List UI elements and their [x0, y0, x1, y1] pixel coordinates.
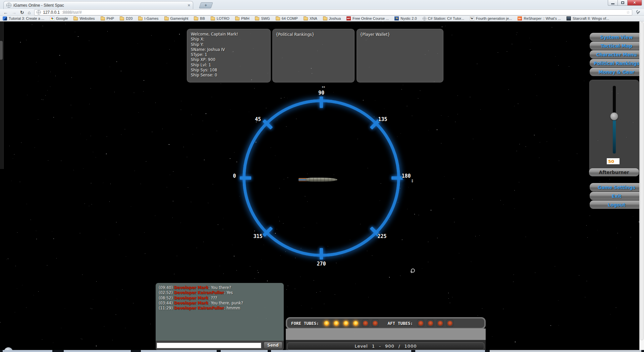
ship-hull: [306, 178, 337, 182]
bookmark-label: Fourth generation je...: [476, 16, 512, 20]
game-settings-button[interactable]: Game Settings: [590, 183, 643, 191]
throttle-value-input[interactable]: [607, 158, 620, 164]
chat-text: : Yes: [224, 290, 233, 295]
chat-text: : hmmm: [224, 306, 240, 310]
compass-tick-0: [240, 176, 251, 180]
ship-level: Ship Lvl: 1: [191, 63, 267, 68]
reload-button[interactable]: ↻: [20, 10, 24, 15]
bookmark-label: Nystic 2.0: [400, 16, 417, 20]
chat-time: (08:52): [159, 296, 173, 300]
bookmark-wikipedia[interactable]: WFourth generation je...: [470, 16, 512, 20]
bookmark-folder-bb[interactable]: BB: [194, 16, 205, 20]
resize-horizontal-icon: ↔: [322, 84, 325, 89]
bookmark-label: Free Online Course ...: [353, 16, 389, 20]
browser-tab[interactable]: iGames Online - Silent Spac ×: [3, 1, 193, 9]
compass-label-225: 225: [377, 233, 386, 239]
bookmark-folder-lotro[interactable]: LOTRO: [211, 16, 229, 20]
tutorial-icon: [3, 16, 7, 20]
exit-button[interactable]: Exit: [590, 192, 643, 200]
chat-time: (02:52): [159, 290, 173, 295]
taskbar-item: [3, 350, 52, 352]
tactical-map-button[interactable]: Tactical Map: [590, 42, 643, 50]
bookmark-folder-gamenight[interactable]: Gamenight: [164, 16, 189, 20]
political-rankings-button[interactable]: Political Rankings: [590, 59, 643, 67]
compass-label-270: 270: [317, 261, 326, 267]
bookmark-starcraft[interactable]: Starcraft II: Wings of...: [567, 16, 609, 20]
system-view-button[interactable]: System View: [590, 33, 643, 41]
mit-icon: MIT: [346, 16, 351, 20]
bookmark-folder-pmh[interactable]: PMH: [235, 16, 249, 20]
browser-chrome: iGames Online - Silent Spac × + × ← → ↻ …: [0, 0, 644, 21]
compass-label-90: 90: [318, 90, 324, 96]
chat-sender: Developer Mark: [174, 301, 209, 305]
player-wallet-title: {Player Wallet}: [357, 29, 443, 37]
forward-button[interactable]: →: [12, 10, 16, 15]
bookmark-folder-swg[interactable]: SWG: [255, 16, 270, 20]
aft-tube-light: [436, 319, 444, 327]
character-menu-button[interactable]: Character Menu: [590, 50, 643, 59]
folder-icon: [73, 17, 78, 20]
chat-message: (02:52) Developer KeiranFuller: Yes: [159, 290, 281, 295]
bookmark-star-icon[interactable]: ☆: [626, 10, 630, 14]
wikipedia-icon: W: [470, 16, 474, 20]
bookmark-label: 64 COMP: [282, 16, 298, 20]
resharper-icon: R#: [518, 16, 522, 20]
home-button[interactable]: ⌂: [28, 10, 31, 15]
political-rankings-panel: {Political Rankings}: [272, 29, 355, 82]
bookmark-label: Websites: [79, 16, 95, 20]
chat-message: (09:40) Developer Mark: You there?: [159, 285, 281, 290]
compass-label-0: 0: [233, 173, 236, 179]
bookmark-folder-php[interactable]: PHP: [101, 16, 114, 20]
bookmark-mit-course[interactable]: MITFree Online Course ...: [346, 16, 389, 20]
left-edge-tab[interactable]: [0, 41, 3, 60]
bookmark-tutorial-3[interactable]: Tutorial 3: Create a ...: [3, 16, 44, 20]
window-minimize-button[interactable]: [608, 0, 618, 6]
bookmark-resharper[interactable]: R#ReSharper :: What's ...: [518, 16, 561, 20]
page-scrollbar[interactable]: [639, 21, 644, 352]
wrench-menu-icon[interactable]: [636, 10, 641, 15]
window-maximize-button[interactable]: [618, 0, 627, 6]
chat-sender: Developer Mark: [174, 296, 209, 300]
afterburner-button[interactable]: Afterburner: [589, 168, 639, 176]
folder-icon: [164, 17, 169, 20]
throttle-slider-thumb[interactable]: [610, 112, 618, 120]
bookmark-label: Gamenight: [170, 16, 189, 20]
folder-icon: [276, 17, 280, 20]
chat-time: (11:29): [159, 306, 173, 310]
compass-label-135: 135: [378, 116, 387, 122]
bookmark-label: Joshua: [329, 16, 341, 20]
url-host: 127.0.0.1: [43, 10, 60, 15]
window-close-button[interactable]: ×: [627, 0, 642, 6]
resize-vertical-icon: ↕: [411, 179, 414, 183]
back-button[interactable]: ←: [3, 10, 8, 15]
bookmark-folder-websites[interactable]: Websites: [73, 16, 95, 20]
bookmark-folder-joshua[interactable]: Joshua: [323, 16, 341, 20]
chat-input[interactable]: [157, 343, 261, 348]
folder-icon: [255, 17, 259, 20]
player-wallet-panel: {Player Wallet}: [357, 29, 443, 82]
bookmark-label: C# Station: C# Tutor...: [428, 16, 464, 20]
logout-button[interactable]: Logout: [590, 200, 643, 209]
bookmark-folder-igames[interactable]: I-Games: [138, 16, 158, 20]
scrollbar-thumb[interactable]: [640, 22, 644, 340]
url-path: :8888/ssr/#: [62, 10, 82, 15]
send-button[interactable]: Send: [264, 342, 282, 349]
chat-message: (03:44) Developer Mark: You there, punk?: [159, 301, 281, 306]
tab-close-icon[interactable]: ×: [187, 3, 190, 7]
bookmark-folder-d20[interactable]: D20: [120, 16, 132, 20]
bookmark-google[interactable]: Google: [50, 16, 68, 20]
bookmark-label: Tutorial 3: Create a ...: [9, 16, 44, 20]
new-tab-button[interactable]: +: [199, 2, 213, 8]
bookmark-csharp-station[interactable]: C# Station: C# Tutor...: [423, 16, 464, 20]
aft-tube-light: [427, 319, 434, 327]
bookmark-folder-64comp[interactable]: 64 COMP: [276, 16, 298, 20]
money-gear-button[interactable]: Money & Gear: [590, 68, 643, 76]
bookmark-label: PMH: [241, 16, 249, 20]
browser-toolbar: ← → ↻ ⌂ 127.0.0.1:8888/ssr/# ☆: [0, 9, 644, 16]
chat-sender: Developer KeiranFuller: [174, 290, 224, 295]
address-bar[interactable]: 127.0.0.1:8888/ssr/# ☆: [34, 9, 632, 15]
bookmark-folder-xna[interactable]: XNA: [304, 16, 317, 20]
bookmark-nystic[interactable]: NNystic 2.0: [394, 16, 417, 20]
tab-favicon-globe-icon: [6, 3, 11, 8]
compass-tick-90: [320, 97, 323, 108]
